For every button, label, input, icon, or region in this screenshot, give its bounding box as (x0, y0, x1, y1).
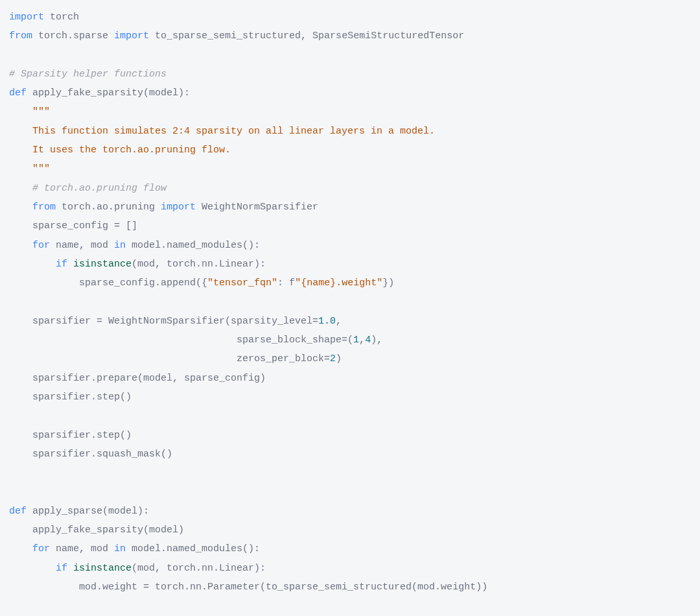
code-line: if isinstance(mod, torch.nn.Linear): (9, 259, 266, 270)
code-line: This function simulates 2:4 sparsity on … (9, 126, 435, 137)
function-name: apply_sparse (32, 506, 102, 517)
code-line: # torch.ao.pruning flow (9, 183, 167, 194)
keyword-in: in (114, 543, 126, 554)
code-line: zeros_per_block=2) (9, 353, 342, 364)
docstring: """ (32, 163, 50, 174)
keyword-import: import (108, 30, 155, 41)
code-line: if isinstance(mod, torch.nn.Linear): (9, 563, 266, 574)
docstring: This function simulates 2:4 sparsity on … (32, 126, 435, 137)
code-line: sparsifier.prepare(model, sparse_config) (9, 373, 266, 384)
keyword-def: def (9, 506, 27, 517)
code-line: """ (9, 163, 50, 174)
code-line: from torch.sparse import to_sparse_semi_… (9, 30, 464, 41)
code-line: sparsifier = WeightNormSparsifier(sparsi… (9, 316, 342, 327)
keyword-if: if (56, 259, 67, 270)
code-line: mod.weight = torch.nn.Parameter(to_spars… (9, 582, 487, 593)
code-line: sparsifier.step() (9, 392, 132, 403)
comment: # Sparsity helper functions (9, 69, 167, 80)
code-line: def apply_sparse(model): (9, 506, 149, 517)
keyword-import: import (9, 12, 44, 23)
code-line: sparsifier.squash_mask() (9, 449, 172, 460)
keyword-for: for (32, 240, 50, 251)
code-line: sparse_config.append({"tensor_fqn": f"{n… (9, 278, 394, 289)
code-line: sparse_config = [] (9, 220, 137, 231)
code-line: sparsifier.step() (9, 430, 132, 441)
keyword-if: if (56, 563, 67, 574)
keyword-from: from (9, 30, 32, 41)
code-block: import torch from torch.sparse import to… (0, 0, 700, 604)
keyword-def: def (9, 88, 27, 99)
builtin-isinstance: isinstance (73, 259, 132, 270)
number: 1.0 (318, 316, 336, 327)
keyword-from: from (32, 202, 56, 213)
code-line: apply_fake_sparsity(model) (9, 525, 184, 536)
code-line: from torch.ao.pruning import WeightNormS… (9, 202, 318, 213)
docstring: """ (32, 106, 50, 117)
code-line: sparse_block_shape=(1,4), (9, 335, 382, 346)
code-line: def apply_fake_sparsity(model): (9, 88, 190, 99)
number: 4 (365, 335, 371, 346)
code-line: import torch (9, 12, 79, 23)
function-name: apply_fake_sparsity (32, 88, 143, 99)
keyword-import: import (155, 202, 202, 213)
code-line: for name, mod in model.named_modules(): (9, 543, 260, 554)
code-line: It uses the torch.ao.pruning flow. (9, 145, 231, 156)
code-line: for name, mod in model.named_modules(): (9, 240, 260, 251)
string: "tensor_fqn" (207, 278, 277, 289)
keyword-for: for (32, 543, 50, 554)
keyword-in: in (114, 240, 126, 251)
builtin-isinstance: isinstance (73, 563, 132, 574)
comment: # torch.ao.pruning flow (32, 183, 167, 194)
docstring: It uses the torch.ao.pruning flow. (32, 145, 231, 156)
code-line: """ (9, 106, 50, 117)
number: 1 (353, 335, 359, 346)
code-line: # Sparsity helper functions (9, 69, 167, 80)
number: 2 (330, 353, 336, 364)
string: "{name}.weight" (295, 278, 382, 289)
